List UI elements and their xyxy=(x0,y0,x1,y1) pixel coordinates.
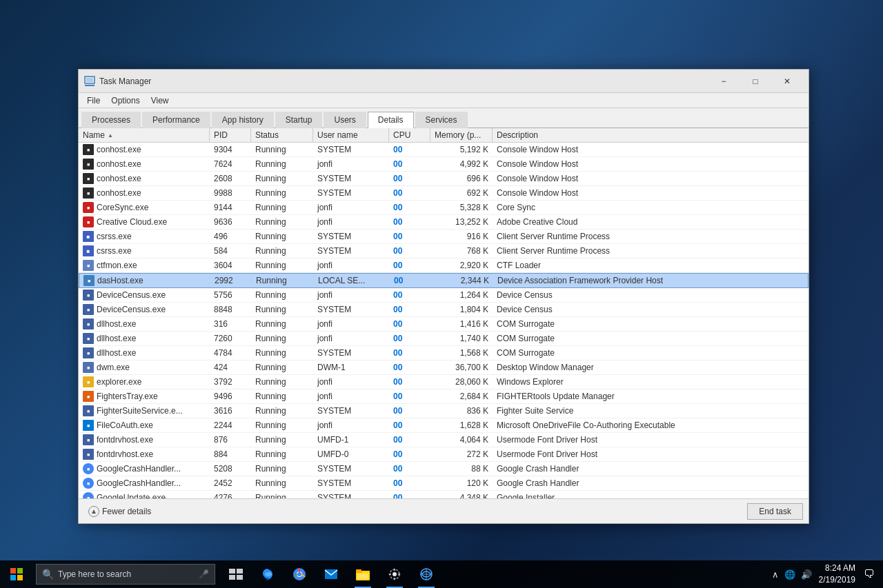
mail-button[interactable] xyxy=(316,560,346,588)
tab-details[interactable]: Details xyxy=(368,112,414,128)
process-description: Desktop Window Manager xyxy=(493,361,808,374)
process-description: Microsoft OneDriveFile Co-Authoring Exec… xyxy=(493,418,808,432)
process-description: Google Installer xyxy=(493,491,808,498)
process-icon: ■ xyxy=(83,187,94,199)
table-row[interactable]: ■ csrss.exe 584 Running SYSTEM 00 768 K … xyxy=(79,244,808,258)
table-row[interactable]: ■ CoreSync.exe 9144 Running jonfi 00 5,3… xyxy=(79,201,808,215)
process-cpu: 00 xyxy=(389,317,430,331)
table-row[interactable]: ■ conhost.exe 7624 Running jonfi 00 4,99… xyxy=(79,157,808,172)
menu-view[interactable]: View xyxy=(146,94,175,107)
process-name: conhost.exe xyxy=(97,159,141,169)
network-icon[interactable]: 🌐 xyxy=(783,568,797,581)
task-view-button[interactable] xyxy=(221,560,251,588)
table-row[interactable]: ■ GoogleCrashHandler... 2452 Running SYS… xyxy=(79,476,808,491)
window-title: Task Manager xyxy=(99,77,708,86)
process-icon: ■ xyxy=(83,231,94,242)
col-description[interactable]: Description xyxy=(493,128,808,142)
start-button[interactable] xyxy=(0,560,33,588)
process-name: GoogleUpdate.exe xyxy=(97,493,166,498)
process-user: DWM-1 xyxy=(313,361,389,374)
maximize-button[interactable]: □ xyxy=(740,70,771,93)
close-button[interactable]: ✕ xyxy=(771,70,803,93)
end-task-button[interactable]: End task xyxy=(747,503,803,520)
col-memory[interactable]: Memory (p... xyxy=(430,128,493,142)
process-memory: 120 K xyxy=(430,476,493,490)
process-name: ctfmon.exe xyxy=(97,261,137,270)
table-row[interactable]: ■ FileCoAuth.exe 2244 Running jonfi 00 1… xyxy=(79,418,808,433)
process-cpu: 00 xyxy=(389,346,430,360)
table-row[interactable]: ■ fontdrvhost.exe 884 Running UMFD-0 00 … xyxy=(79,447,808,462)
fewer-details-button[interactable]: ▲ Fewer details xyxy=(84,505,155,518)
process-pid: 3604 xyxy=(210,258,251,272)
file-explorer-button[interactable] xyxy=(348,560,378,588)
col-status[interactable]: Status xyxy=(251,128,313,142)
table-row[interactable]: ■ conhost.exe 9304 Running SYSTEM 00 5,1… xyxy=(79,143,808,157)
menu-options[interactable]: Options xyxy=(106,94,145,107)
process-description: Console Window Host xyxy=(493,172,808,185)
process-pid: 9304 xyxy=(210,143,251,156)
table-row[interactable]: ■ FighterSuiteService.e... 3616 Running … xyxy=(79,404,808,418)
process-icon: ■ xyxy=(83,260,94,271)
tab-users[interactable]: Users xyxy=(324,112,366,128)
table-row[interactable]: ■ ctfmon.exe 3604 Running jonfi 00 2,920… xyxy=(79,258,808,273)
system-tray: ∧ 🌐 🔊 xyxy=(771,568,813,581)
process-pid: 2608 xyxy=(210,172,251,185)
system-clock[interactable]: 8:24 AM 2/19/2019 xyxy=(819,562,855,586)
table-row[interactable]: ■ Creative Cloud.exe 9636 Running jonfi … xyxy=(79,215,808,230)
process-name-cell: ■ dllhost.exe xyxy=(79,346,210,360)
table-row[interactable]: ■ GoogleUpdate.exe 4276 Running SYSTEM 0… xyxy=(79,491,808,498)
table-row[interactable]: ■ explorer.exe 3792 Running jonfi 00 28,… xyxy=(79,375,808,389)
table-row[interactable]: ■ dllhost.exe 7260 Running jonfi 00 1,74… xyxy=(79,332,808,346)
search-bar[interactable]: 🔍 Type here to search 🎤 xyxy=(36,564,215,585)
network-active-button[interactable] xyxy=(411,560,442,588)
table-row[interactable]: ■ csrss.exe 496 Running SYSTEM 00 916 K … xyxy=(79,230,808,244)
svg-rect-9 xyxy=(229,575,235,580)
table-row[interactable]: ■ conhost.exe 2608 Running SYSTEM 00 696… xyxy=(79,172,808,186)
process-description: COM Surrogate xyxy=(493,317,808,331)
col-cpu[interactable]: CPU xyxy=(389,128,430,142)
volume-icon[interactable]: 🔊 xyxy=(800,568,813,581)
taskbar-apps xyxy=(221,560,442,588)
table-row[interactable]: ■ dwm.exe 424 Running DWM-1 00 36,700 K … xyxy=(79,361,808,375)
notification-button[interactable]: 🗨 xyxy=(861,567,877,582)
table-row[interactable]: ■ dllhost.exe 4784 Running SYSTEM 00 1,5… xyxy=(79,346,808,361)
process-description: Console Window Host xyxy=(493,143,808,156)
table-row[interactable]: ■ dasHost.exe 2992 Running LOCAL SE... 0… xyxy=(79,273,808,288)
tray-arrow-icon[interactable]: ∧ xyxy=(771,568,780,581)
edge-button[interactable] xyxy=(252,560,283,588)
process-icon: ■ xyxy=(83,275,95,286)
process-name-cell: ■ CoreSync.exe xyxy=(79,201,210,214)
table-row[interactable]: ■ GoogleCrashHandler... 5208 Running SYS… xyxy=(79,462,808,476)
table-row[interactable]: ■ fontdrvhost.exe 876 Running UMFD-1 00 … xyxy=(79,433,808,447)
col-user[interactable]: User name xyxy=(313,128,389,142)
process-description: Fighter Suite Service xyxy=(493,404,808,418)
menu-file[interactable]: File xyxy=(81,94,106,107)
settings-button[interactable] xyxy=(379,560,410,588)
tab-app-history[interactable]: App history xyxy=(212,112,274,128)
tab-startup[interactable]: Startup xyxy=(275,112,323,128)
table-row[interactable]: ■ DeviceCensus.exe 8848 Running SYSTEM 0… xyxy=(79,303,808,317)
col-name[interactable]: Name ▲ xyxy=(79,128,210,142)
tab-services[interactable]: Services xyxy=(415,112,468,128)
process-list[interactable]: ■ conhost.exe 9304 Running SYSTEM 00 5,1… xyxy=(79,143,808,498)
table-row[interactable]: ■ dllhost.exe 316 Running jonfi 00 1,416… xyxy=(79,317,808,332)
process-description: Google Crash Handler xyxy=(493,476,808,490)
minimize-button[interactable]: − xyxy=(708,70,740,93)
table-row[interactable]: ■ DeviceCensus.exe 5756 Running jonfi 00… xyxy=(79,288,808,303)
process-status: Running xyxy=(251,258,313,272)
process-memory: 1,568 K xyxy=(430,346,493,360)
tab-performance[interactable]: Performance xyxy=(142,112,210,128)
process-cpu: 00 xyxy=(389,361,430,374)
chrome-button[interactable] xyxy=(284,560,315,588)
process-memory: 1,264 K xyxy=(430,288,493,302)
microphone-icon[interactable]: 🎤 xyxy=(199,569,209,579)
tab-processes[interactable]: Processes xyxy=(81,112,141,128)
table-row[interactable]: ■ conhost.exe 9988 Running SYSTEM 00 692… xyxy=(79,186,808,201)
process-pid: 4784 xyxy=(210,346,251,360)
process-cpu: 00 xyxy=(389,462,430,476)
process-name: Creative Cloud.exe xyxy=(97,217,167,227)
table-row[interactable]: ■ FightersTray.exe 9496 Running jonfi 00… xyxy=(79,389,808,404)
process-pid: 8848 xyxy=(210,303,251,316)
col-pid[interactable]: PID xyxy=(210,128,251,142)
process-description: Console Window Host xyxy=(493,186,808,200)
